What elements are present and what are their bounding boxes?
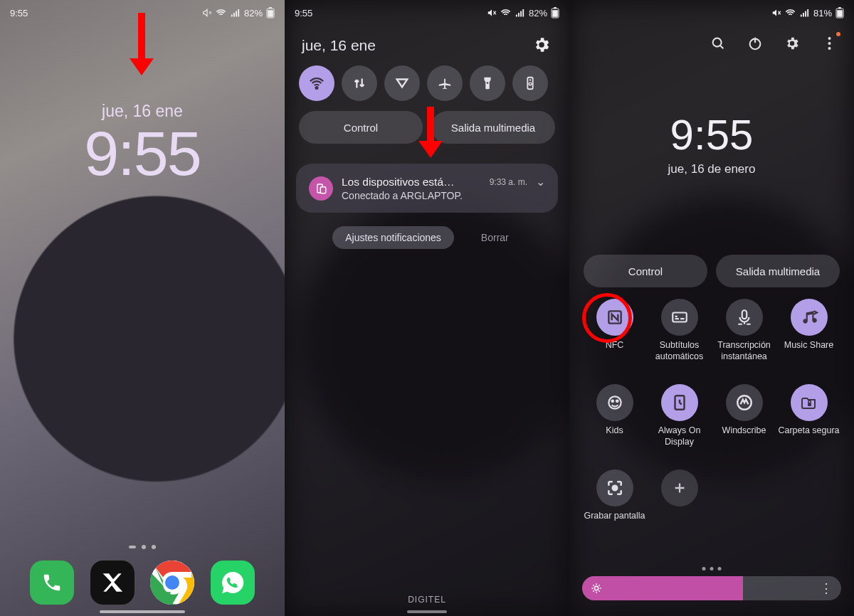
brightness-slider[interactable]: ⋮ [582, 576, 841, 600]
expanded-clock: 9:55 jue, 16 de enero [668, 114, 756, 176]
control-button[interactable]: Control [299, 111, 423, 144]
add-icon [672, 480, 687, 496]
media-output-button[interactable]: Salida multimedia [716, 255, 840, 287]
svg-rect-17 [837, 10, 843, 17]
qs-label: NFC [606, 340, 624, 363]
svg-rect-10 [527, 78, 532, 90]
annotation-circle [582, 293, 632, 343]
qs-flashlight[interactable] [470, 65, 505, 101]
qs-remote[interactable] [512, 65, 548, 101]
qs-tile-add[interactable] [647, 469, 712, 533]
media-output-button[interactable]: Salida multimedia [431, 111, 555, 144]
chrome-icon [150, 561, 194, 605]
qs-grid-row-3: Grabar pantalla [569, 469, 854, 533]
wifi-icon [309, 75, 325, 91]
panel-header: jue, 16 ene [285, 28, 569, 60]
settings-button[interactable] [783, 34, 801, 53]
wifi-icon [785, 8, 796, 18]
airplane-icon [437, 75, 453, 91]
clock-widget[interactable]: jue, 16 ene 9:55 [84, 102, 200, 185]
status-right: 81% [771, 7, 844, 18]
control-button[interactable]: Control [584, 255, 707, 287]
signal-icon [799, 8, 810, 18]
notification-panel-collapsed: 9:55 82% jue, 16 ene Control Salida mult… [285, 0, 569, 616]
qs-label: Windscribe [722, 425, 766, 448]
qs-grid-row-2: Kids Always On Display Windscribe Carpet… [569, 384, 854, 448]
page-indicator [129, 545, 156, 549]
qs-tile-secure-folder[interactable]: Carpeta segura [776, 384, 841, 448]
status-bar: 9:55 82% [285, 0, 569, 26]
svg-rect-16 [838, 7, 841, 9]
svg-rect-25 [742, 310, 747, 319]
phone-icon [41, 572, 63, 593]
link-icon [315, 182, 327, 195]
whatsapp-app[interactable] [211, 561, 255, 605]
clock-time: 9:55 [84, 122, 200, 185]
qs-label: Kids [606, 425, 623, 448]
carrier-label: DIGITEL [408, 595, 446, 605]
settings-button[interactable] [532, 36, 552, 55]
chevron-down-icon[interactable]: ⌄ [536, 175, 545, 188]
qs-label: Always On Display [648, 425, 711, 448]
music-share-icon [800, 308, 818, 326]
qs-data[interactable] [342, 65, 377, 101]
qs-vpn[interactable] [384, 65, 420, 101]
mute-icon [771, 8, 781, 18]
svg-rect-2 [268, 10, 273, 17]
vpn-icon [394, 75, 410, 91]
battery-pct: 82% [529, 8, 547, 18]
panel-date[interactable]: jue, 16 ene [302, 37, 376, 54]
qs-tile-subtitles[interactable]: Subtítulos automáticos [647, 299, 712, 363]
svg-point-32 [612, 486, 617, 491]
clock-date: jue, 16 de enero [668, 162, 756, 176]
svg-point-11 [529, 79, 531, 80]
x-app[interactable] [90, 561, 135, 605]
page-indicator [702, 567, 722, 570]
dock [0, 561, 285, 605]
search-button[interactable] [709, 34, 727, 53]
nav-handle[interactable] [407, 610, 447, 613]
nav-handle[interactable] [100, 610, 185, 613]
more-button[interactable] [820, 34, 838, 53]
gear-icon [532, 36, 551, 54]
clear-button[interactable]: Borrar [468, 226, 522, 249]
remote-icon [522, 75, 538, 91]
transcribe-icon [735, 308, 754, 326]
x-icon [100, 570, 125, 595]
qs-label: Subtítulos automáticos [648, 340, 711, 363]
secure-folder-icon [801, 394, 818, 411]
qs-wifi[interactable] [299, 65, 334, 101]
svg-point-9 [316, 87, 318, 89]
notification-title: Los dispositivos está… [342, 176, 484, 188]
notification-settings-button[interactable]: Ajustes notificaciones [332, 226, 454, 249]
power-button[interactable] [746, 34, 764, 53]
windscribe-icon [735, 393, 754, 412]
svg-point-33 [594, 586, 598, 590]
qs-tile-aod[interactable]: Always On Display [647, 384, 712, 448]
svg-point-28 [616, 400, 618, 403]
clock-time: 9:55 [668, 114, 756, 156]
status-time: 9:55 [295, 8, 312, 18]
more-vert-icon [828, 36, 831, 51]
svg-rect-14 [320, 187, 326, 193]
chrome-app[interactable] [150, 561, 194, 605]
wallpaper [0, 0, 285, 616]
mute-icon [487, 8, 497, 18]
notification-card[interactable]: Los dispositivos está… 9:33 a. m. ⌄ Cone… [296, 164, 558, 213]
qs-tile-windscribe[interactable]: Windscribe [712, 384, 776, 448]
qs-tile-kids[interactable]: Kids [582, 384, 647, 448]
svg-rect-8 [552, 10, 558, 17]
kids-icon [606, 393, 624, 412]
svg-rect-1 [269, 7, 272, 9]
qs-airplane[interactable] [427, 65, 463, 101]
status-right: 82% [202, 7, 275, 18]
qs-tile-transcribe[interactable]: Transcripción instantánea [712, 299, 776, 363]
qs-tile-music-share[interactable]: Music Share [776, 299, 841, 363]
svg-point-5 [165, 575, 179, 590]
notification-subtitle: Conectado a ARGLAPTOP. [342, 190, 545, 201]
qs-tile-screen-record[interactable]: Grabar pantalla [582, 469, 647, 533]
wifi-icon [216, 8, 226, 18]
qs-label: Carpeta segura [778, 425, 839, 448]
qs-label: Grabar pantalla [584, 511, 645, 533]
phone-app[interactable] [30, 561, 74, 605]
